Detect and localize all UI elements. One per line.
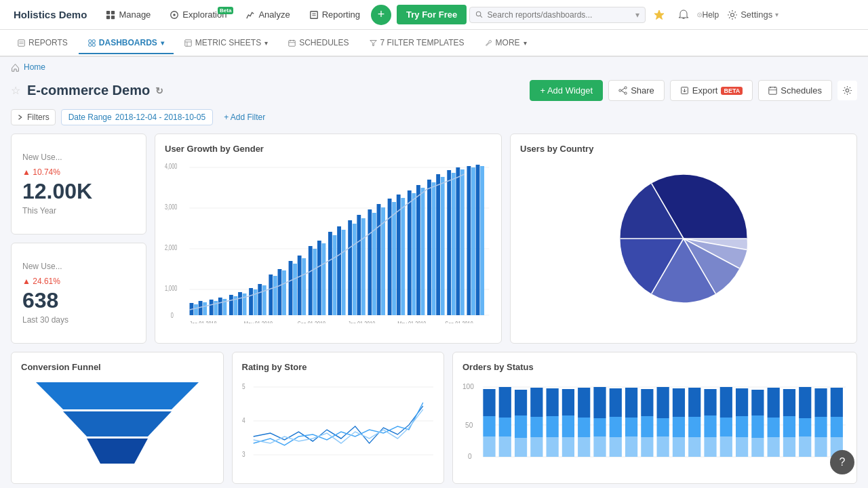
svg-rect-1 <box>111 10 115 14</box>
breadcrumb-home[interactable]: Home <box>24 62 45 72</box>
svg-text:50: 50 <box>465 422 473 429</box>
svg-rect-63 <box>269 274 273 315</box>
svg-point-31 <box>625 92 627 94</box>
svg-rect-192 <box>814 388 827 417</box>
top-row: New Use... ▲ 10.74% 12.00K This Year New… <box>11 134 857 344</box>
svg-rect-72 <box>313 249 317 315</box>
orders-status-card: Orders by Status 100 50 0 <box>452 352 857 484</box>
stat-period-1: Last 30 days <box>22 315 135 325</box>
svg-point-9 <box>477 12 481 16</box>
y-label-1000: 1,000 <box>165 285 177 292</box>
date-range-label: Date Range <box>68 113 112 122</box>
svg-rect-163 <box>657 418 669 436</box>
help-floating-button[interactable]: ? <box>830 450 854 474</box>
search-dropdown-chevron[interactable]: ▾ <box>635 10 639 20</box>
schedules-icon <box>288 39 296 47</box>
date-range-filter[interactable]: Date Range 2018-12-04 - 2018-10-05 <box>61 109 213 125</box>
svg-rect-136 <box>515 415 527 438</box>
try-free-button[interactable]: Try For Free <box>397 5 467 24</box>
svg-rect-73 <box>317 241 321 315</box>
stat-change-1: ▲ 24.61% <box>22 277 135 286</box>
reports-icon <box>18 39 25 47</box>
subnav-more[interactable]: MORE ▾ <box>475 33 536 54</box>
nav-manage[interactable]: Manage <box>98 5 159 24</box>
nav-analyze-label: Analyze <box>258 9 290 20</box>
nav-exploration[interactable]: Exploration Beta <box>161 5 235 24</box>
x-label-jan18: Jan 01 2018 <box>190 321 217 323</box>
subnav-schedules[interactable]: SCHEDULES <box>279 33 358 54</box>
stat-change-0: ▲ 10.74% <box>22 167 135 177</box>
users-country-title: Users by Country <box>520 144 847 154</box>
nav-reporting[interactable]: Reporting <box>301 5 368 24</box>
dashboard-title-text: E-commerce Demo <box>27 83 150 98</box>
svg-text:100: 100 <box>462 383 474 390</box>
svg-rect-132 <box>499 387 511 418</box>
bookmarks-button[interactable] <box>648 4 670 26</box>
svg-rect-57 <box>238 292 242 315</box>
svg-rect-133 <box>499 418 511 436</box>
schedules-btn-icon <box>768 86 777 95</box>
filters-toggle[interactable]: Filters <box>11 109 56 125</box>
subnav-dashboards-label: DASHBOARDS <box>99 38 157 47</box>
refresh-icon[interactable]: ↻ <box>155 85 163 96</box>
rating-title: Rating by Store <box>242 362 435 372</box>
stat-value-1: 638 <box>22 289 135 312</box>
svg-point-32 <box>619 89 621 92</box>
sub-navigation: REPORTS DASHBOARDS ▾ METRIC SHEETS ▾ SCH… <box>0 30 868 57</box>
svg-marker-114 <box>36 382 199 409</box>
svg-rect-138 <box>530 388 542 417</box>
add-button[interactable]: + <box>371 5 391 25</box>
subnav-reports[interactable]: REPORTS <box>8 33 77 54</box>
manage-icon <box>106 10 115 20</box>
conversion-funnel-card: Conversion Funnel <box>11 352 224 484</box>
rating-store-card: Rating by Store 5 4 3 <box>232 352 445 484</box>
dashboards-chevron: ▾ <box>161 39 164 47</box>
add-widget-button[interactable]: + Add Widget <box>530 80 603 101</box>
svg-rect-67 <box>289 261 293 315</box>
subnav-dashboards[interactable]: DASHBOARDS ▾ <box>79 33 174 54</box>
settings-icon <box>727 9 738 20</box>
search-bar[interactable]: ▾ <box>469 7 646 23</box>
orders-svg: 100 50 0 <box>462 379 847 467</box>
stat-cards: New Use... ▲ 10.74% 12.00K This Year New… <box>11 134 146 344</box>
schedules-button[interactable]: Schedules <box>758 80 832 101</box>
svg-rect-69 <box>298 256 302 315</box>
svg-rect-90 <box>401 198 405 315</box>
search-input[interactable] <box>488 10 632 20</box>
settings-button[interactable]: Settings ▾ <box>722 5 784 24</box>
subnav-schedules-label: SCHEDULES <box>299 38 349 47</box>
svg-point-30 <box>625 87 627 89</box>
subnav-metric-sheets[interactable]: METRIC SHEETS ▾ <box>175 33 277 54</box>
svg-rect-129 <box>483 389 495 416</box>
add-filter-button[interactable]: + Add Filter <box>218 110 271 125</box>
favorite-star-icon[interactable]: ☆ <box>11 84 20 97</box>
export-button[interactable]: Export BETA <box>670 80 753 101</box>
svg-line-33 <box>621 88 625 90</box>
dashboard-settings-button[interactable] <box>837 81 857 100</box>
svg-line-34 <box>621 91 625 93</box>
wrench-icon <box>485 39 492 47</box>
svg-rect-187 <box>783 416 795 437</box>
svg-rect-51 <box>210 300 214 315</box>
notifications-button[interactable] <box>673 4 694 26</box>
nav-analyze[interactable]: Analyze <box>237 5 298 24</box>
add-icon: + <box>378 7 385 22</box>
stat-value-0: 12.00K <box>22 180 135 203</box>
filter-icon <box>370 39 377 47</box>
svg-rect-190 <box>799 418 811 436</box>
home-icon <box>11 63 20 72</box>
svg-rect-80 <box>353 224 357 315</box>
dashboard-header: ☆ E-commerce Demo ↻ + Add Widget Share E… <box>0 77 868 106</box>
y-label-0: 0 <box>171 312 174 319</box>
share-button[interactable]: Share <box>608 80 665 101</box>
export-icon <box>680 86 689 95</box>
svg-rect-154 <box>610 417 622 437</box>
svg-rect-168 <box>688 388 701 417</box>
svg-rect-143 <box>547 437 559 457</box>
stacked-bars <box>483 387 843 457</box>
dashboard-title: E-commerce Demo ↻ <box>27 83 523 98</box>
help-nav-button[interactable]: ? Help <box>697 4 719 26</box>
user-growth-svg: 4,000 3,000 2,000 1,000 0 <box>165 161 492 323</box>
subnav-filter-templates[interactable]: 7 FILTER TEMPLATES <box>360 33 474 54</box>
svg-rect-91 <box>408 190 412 315</box>
